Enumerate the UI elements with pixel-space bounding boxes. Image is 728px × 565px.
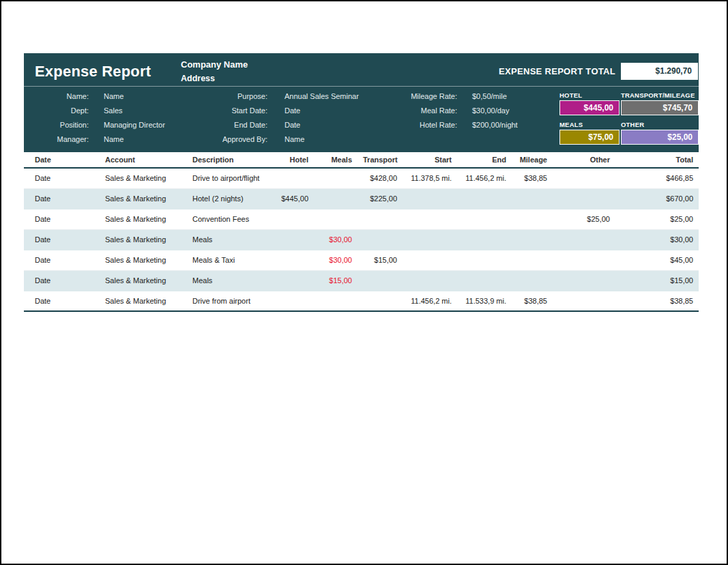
- cell-other[interactable]: $25,00: [553, 209, 615, 229]
- cell-end[interactable]: 11.533,9 mi.: [457, 291, 512, 311]
- cell-mileage[interactable]: [512, 229, 553, 250]
- cell-other[interactable]: [553, 270, 615, 291]
- cell-end[interactable]: [457, 229, 512, 250]
- info-trip-value[interactable]: Date: [285, 121, 300, 129]
- cell-mileage[interactable]: [512, 250, 553, 270]
- cell-date[interactable]: Date: [24, 168, 94, 188]
- cell-account[interactable]: Sales & Marketing: [94, 188, 181, 209]
- cell-mileage[interactable]: [512, 209, 553, 229]
- cell-date[interactable]: Date: [24, 188, 94, 209]
- cell-end[interactable]: 11.456,2 mi.: [457, 168, 512, 188]
- cell-mileage[interactable]: [512, 188, 553, 209]
- cell-transport[interactable]: $428,00: [358, 168, 403, 188]
- cell-mileage[interactable]: $38,85: [512, 168, 553, 188]
- cell-start[interactable]: 11.378,5 mi.: [403, 168, 457, 188]
- cell-mileage[interactable]: [512, 270, 553, 291]
- cell-description[interactable]: Meals & Taxi: [181, 250, 273, 270]
- column-header-hotel: Hotel: [273, 152, 314, 168]
- cell-meals[interactable]: $15,00: [314, 270, 358, 291]
- cell-total[interactable]: $15,00: [615, 270, 699, 291]
- cell-transport[interactable]: [358, 229, 403, 250]
- cell-account[interactable]: Sales & Marketing: [94, 209, 181, 229]
- cell-other[interactable]: [553, 188, 615, 209]
- cell-account[interactable]: Sales & Marketing: [94, 270, 181, 291]
- cell-total[interactable]: $25,00: [615, 209, 699, 229]
- cell-start[interactable]: [403, 270, 457, 291]
- cell-total[interactable]: $466,85: [615, 168, 699, 188]
- cell-hotel[interactable]: [273, 168, 314, 188]
- info-trip-value[interactable]: Date: [285, 106, 300, 115]
- cell-start[interactable]: [403, 188, 457, 209]
- info-trip-value[interactable]: Annual Sales Seminar: [285, 92, 359, 100]
- info-column-rates: Mileage Rate:$0,50/mileMeal Rate:$30,00/…: [387, 89, 559, 146]
- cell-description[interactable]: Drive from airport: [181, 291, 273, 311]
- info-rate-row: Mileage Rate:$0,50/mile: [387, 89, 559, 103]
- cell-date[interactable]: Date: [24, 291, 94, 311]
- cell-hotel[interactable]: [273, 229, 314, 250]
- cell-account[interactable]: Sales & Marketing: [94, 229, 181, 250]
- cell-account[interactable]: Sales & Marketing: [94, 291, 181, 311]
- cell-transport[interactable]: $225,00: [358, 188, 403, 209]
- cell-start[interactable]: 11.456,2 mi.: [403, 291, 457, 311]
- cell-date[interactable]: Date: [24, 250, 94, 270]
- cell-total[interactable]: $45,00: [615, 250, 699, 270]
- cell-start[interactable]: [403, 209, 457, 229]
- cell-transport[interactable]: $15,00: [358, 250, 403, 270]
- cell-description[interactable]: Convention Fees: [181, 209, 273, 229]
- cell-account[interactable]: Sales & Marketing: [94, 250, 181, 270]
- cell-total[interactable]: $30,00: [615, 229, 699, 250]
- cell-description[interactable]: Meals: [181, 229, 273, 250]
- cell-meals[interactable]: [314, 168, 358, 188]
- company-block: Company Name Address: [181, 57, 248, 83]
- company-address[interactable]: Address: [181, 74, 248, 83]
- cell-end[interactable]: [457, 270, 512, 291]
- cell-meals[interactable]: $30,00: [314, 250, 358, 270]
- info-employee-value[interactable]: Managing Director: [104, 121, 165, 129]
- cell-other[interactable]: [553, 229, 615, 250]
- cell-meals[interactable]: [314, 291, 358, 311]
- cell-end[interactable]: [457, 188, 512, 209]
- cell-hotel[interactable]: $445,00: [273, 188, 314, 209]
- column-header-mileage: Mileage: [512, 152, 553, 168]
- info-employee-value[interactable]: Name: [104, 135, 123, 143]
- cell-hotel[interactable]: [273, 270, 314, 291]
- cell-transport[interactable]: [358, 291, 403, 311]
- cell-description[interactable]: Drive to airport/flight: [181, 168, 273, 188]
- info-trip-row: Start Date:Date: [215, 103, 387, 117]
- info-trip-label: Approved By:: [215, 135, 267, 143]
- cell-date[interactable]: Date: [24, 229, 94, 250]
- cell-mileage[interactable]: $38,85: [512, 291, 553, 311]
- info-employee-value[interactable]: Name: [104, 92, 123, 100]
- info-trip-value[interactable]: Name: [285, 135, 304, 143]
- info-rate-value[interactable]: $0,50/mile: [472, 92, 507, 100]
- cell-meals[interactable]: $30,00: [314, 229, 358, 250]
- cell-account[interactable]: Sales & Marketing: [94, 168, 181, 188]
- cell-meals[interactable]: [314, 209, 358, 229]
- cell-start[interactable]: [403, 229, 457, 250]
- summary-other-value: $25,00: [621, 130, 699, 145]
- cell-transport[interactable]: [358, 270, 403, 291]
- info-rate-value[interactable]: $30,00/day: [472, 106, 509, 115]
- cell-total[interactable]: $38,85: [615, 291, 699, 311]
- cell-description[interactable]: Meals: [181, 270, 273, 291]
- company-name[interactable]: Company Name: [181, 59, 248, 70]
- cell-date[interactable]: Date: [24, 209, 94, 229]
- cell-transport[interactable]: [358, 209, 403, 229]
- cell-end[interactable]: [457, 209, 512, 229]
- info-rate-value[interactable]: $200,00/night: [472, 121, 518, 129]
- cell-end[interactable]: [457, 250, 512, 270]
- cell-other[interactable]: [553, 250, 615, 270]
- column-header-other: Other: [553, 152, 615, 168]
- cell-other[interactable]: [553, 168, 615, 188]
- cell-hotel[interactable]: [273, 250, 314, 270]
- info-employee-value[interactable]: Sales: [104, 106, 123, 115]
- info-employee-row: Dept:Sales: [24, 103, 215, 117]
- cell-description[interactable]: Hotel (2 nights): [181, 188, 273, 209]
- cell-date[interactable]: Date: [24, 270, 94, 291]
- cell-meals[interactable]: [314, 188, 358, 209]
- cell-start[interactable]: [403, 250, 457, 270]
- cell-total[interactable]: $670,00: [615, 188, 699, 209]
- cell-hotel[interactable]: [273, 291, 314, 311]
- cell-hotel[interactable]: [273, 209, 314, 229]
- cell-other[interactable]: [553, 291, 615, 311]
